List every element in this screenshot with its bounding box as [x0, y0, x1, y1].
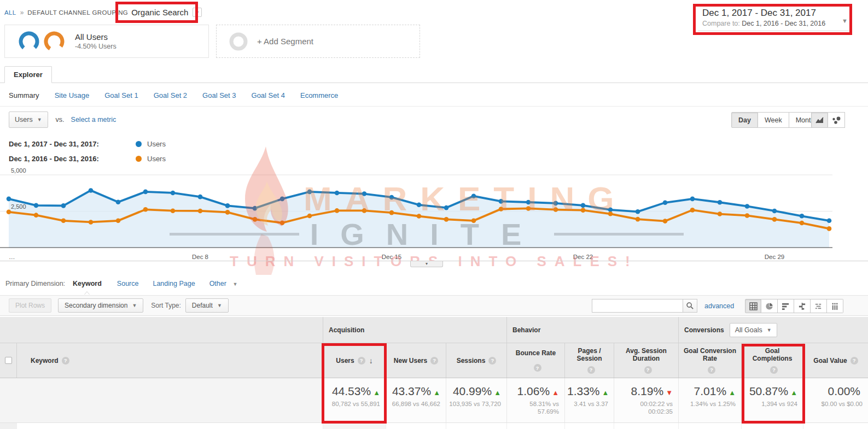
chevron-down-icon: ▼ — [767, 327, 772, 333]
sort-type-value: Default — [192, 302, 213, 309]
granularity-week-button[interactable]: Week — [758, 112, 789, 128]
column-header-goal-value[interactable]: Goal Value ? — [803, 343, 868, 378]
select-metric-link[interactable]: Select a metric — [71, 116, 116, 124]
tab-explorer[interactable]: Explorer — [4, 66, 52, 83]
date-range-selector[interactable]: Dec 1, 2017 - Dec 31, 2017 Compare to: D… — [698, 7, 850, 31]
sort-type-dropdown[interactable]: Default ▼ — [185, 298, 229, 313]
line-chart-icon[interactable] — [811, 112, 828, 128]
help-icon[interactable]: ? — [587, 366, 595, 374]
legend-row-2017: Dec 1, 2017 - Dec 31, 2017: Users — [9, 140, 166, 148]
avg-session-duration-total-pct: 8.19% — [631, 385, 664, 397]
help-icon[interactable]: ? — [430, 357, 438, 365]
chevron-down-icon: ▼ — [232, 281, 237, 287]
subtab-goal-set-3[interactable]: Goal Set 3 — [202, 91, 236, 99]
dimension-other[interactable]: Other ▼ — [209, 280, 238, 287]
bounce-rate-total-pct: 1.06% — [517, 385, 550, 397]
column-header-goal-completions[interactable]: Goal Completions ? — [741, 343, 803, 378]
table-group-header-row: Acquisition Behavior Conversions All Goa… — [0, 317, 868, 343]
help-icon[interactable]: ? — [770, 366, 778, 374]
table-totals-row: 44.53%▲ 80,782 vs 55,891 43.37%▲ 66,898 … — [0, 378, 868, 423]
motion-chart-icon[interactable] — [828, 112, 845, 128]
channel-name: Organic Search — [131, 8, 188, 17]
breadcrumb-all-link[interactable]: ALL — [4, 9, 16, 16]
chevron-down-icon[interactable]: ▾ — [193, 8, 202, 17]
term-cloud-view-icon[interactable] — [811, 299, 827, 313]
subtab-site-usage[interactable]: Site Usage — [55, 91, 90, 99]
svg-text:Dec 15: Dec 15 — [382, 254, 401, 260]
dimension-landing-page[interactable]: Landing Page — [153, 280, 195, 287]
search-icon[interactable] — [683, 299, 697, 313]
trend-up-icon: ▲ — [433, 389, 440, 397]
avg-session-duration-total-detail: 00:02:22 vs 00:02:35 — [616, 400, 673, 415]
goal-conversion-rate-total-detail: 1.34% vs 1.25% — [681, 400, 736, 408]
sort-desc-arrow-icon: ↓ — [369, 356, 373, 365]
table-search-input[interactable] — [592, 299, 683, 313]
granularity-toggle: Day Week Month — [731, 112, 822, 128]
subtab-summary[interactable]: Summary — [9, 91, 39, 99]
help-icon[interactable]: ? — [358, 357, 365, 365]
column-header-users[interactable]: Users ? ↓ — [323, 343, 386, 378]
comparison-view-icon[interactable] — [794, 299, 811, 313]
segment-all-users[interactable]: All Users -4.50% Users — [4, 25, 209, 58]
dimension-other-label: Other — [209, 280, 226, 287]
trend-up-icon: ▲ — [729, 389, 736, 397]
advanced-search-link[interactable]: advanced — [704, 302, 734, 310]
subtab-ecommerce[interactable]: Ecommerce — [300, 91, 338, 99]
breadcrumb: ALL » DEFAULT CHANNEL GROUPING Organic S… — [4, 8, 202, 17]
totals-goal-conversion-rate: 7.01%▲ 1.34% vs 1.25% — [678, 378, 741, 422]
metric-dropdown[interactable]: Users ▼ — [9, 111, 48, 128]
new-users-total-pct: 43.37% — [392, 385, 431, 397]
column-header-new-users[interactable]: New Users ? — [386, 343, 446, 378]
group-acquisition: Acquisition — [323, 317, 506, 343]
table-view-icon[interactable] — [745, 299, 761, 313]
granularity-day-button[interactable]: Day — [731, 112, 758, 128]
chart-canvas[interactable]: 2,5005,000…Dec 8Dec 15Dec 22Dec 29 — [0, 168, 868, 262]
column-header-bounce-rate[interactable]: Bounce Rate ? — [506, 343, 564, 378]
svg-text:Dec 29: Dec 29 — [765, 254, 784, 260]
add-segment-button[interactable]: + Add Segment — [216, 25, 420, 58]
select-all-checkbox[interactable] — [5, 357, 12, 364]
timeseries-chart[interactable]: 2,5005,000…Dec 8Dec 15Dec 22Dec 29 MARKE… — [0, 168, 868, 262]
help-icon[interactable]: ? — [534, 364, 541, 372]
compare-prefix: Compare to: — [702, 20, 740, 27]
new-users-header-label: New Users — [394, 357, 427, 365]
all-goals-dropdown[interactable]: All Goals ▼ — [730, 323, 777, 337]
channel-dropdown[interactable]: Organic Search ▾ — [131, 8, 202, 17]
svg-text:Dec 22: Dec 22 — [573, 254, 593, 260]
breadcrumb-group-label: DEFAULT CHANNEL GROUPING — [27, 9, 128, 16]
subtab-goal-set-2[interactable]: Goal Set 2 — [154, 91, 187, 99]
help-icon[interactable]: ? — [62, 357, 69, 365]
help-icon[interactable]: ? — [488, 357, 496, 365]
partial-cell — [564, 423, 614, 429]
totals-goal-value: 0.00% $0.00 vs $0.00 — [803, 378, 868, 422]
percentage-view-icon[interactable] — [761, 299, 778, 313]
plot-rows-button[interactable]: Plot Rows — [9, 298, 51, 313]
help-icon[interactable]: ? — [850, 357, 858, 365]
sessions-total-pct: 40.99% — [453, 385, 492, 397]
secondary-dimension-label: Secondary dimension — [65, 302, 127, 309]
pivot-view-icon[interactable] — [827, 299, 843, 313]
secondary-dimension-dropdown[interactable]: Secondary dimension ▼ — [58, 298, 143, 313]
timeline-expander[interactable]: ▾ — [410, 261, 443, 267]
chevron-down-icon: ▼ — [217, 303, 222, 308]
segment-name: All Users — [75, 32, 116, 42]
dimension-source[interactable]: Source — [117, 280, 139, 287]
dimension-keyword[interactable]: Keyword — [73, 280, 102, 287]
performance-view-icon[interactable] — [778, 299, 794, 313]
compare-dates: Dec 1, 2016 - Dec 31, 2016 — [742, 20, 825, 27]
partial-cell — [741, 423, 803, 429]
totals-checkbox-cell — [0, 378, 16, 422]
help-icon[interactable]: ? — [644, 366, 652, 374]
subtab-goal-set-1[interactable]: Goal Set 1 — [104, 91, 138, 99]
help-icon[interactable]: ? — [708, 366, 715, 374]
column-header-avg-session-duration[interactable]: Avg. Session Duration ? — [614, 343, 678, 378]
column-header-pages-session[interactable]: Pages / Session ? — [564, 343, 614, 378]
date-range-compare: Compare to: Dec 1, 2016 - Dec 31, 2016 — [702, 20, 836, 27]
column-header-keyword[interactable]: Keyword ? — [16, 343, 323, 378]
subtab-goal-set-4[interactable]: Goal Set 4 — [252, 91, 285, 99]
column-header-sessions[interactable]: Sessions ? — [446, 343, 506, 378]
sort-type-label: Sort Type: — [151, 302, 180, 309]
view-toggle-group — [745, 299, 843, 313]
trend-up-icon: ▲ — [552, 389, 559, 397]
column-header-goal-conversion-rate[interactable]: Goal Conversion Rate ? — [678, 343, 741, 378]
